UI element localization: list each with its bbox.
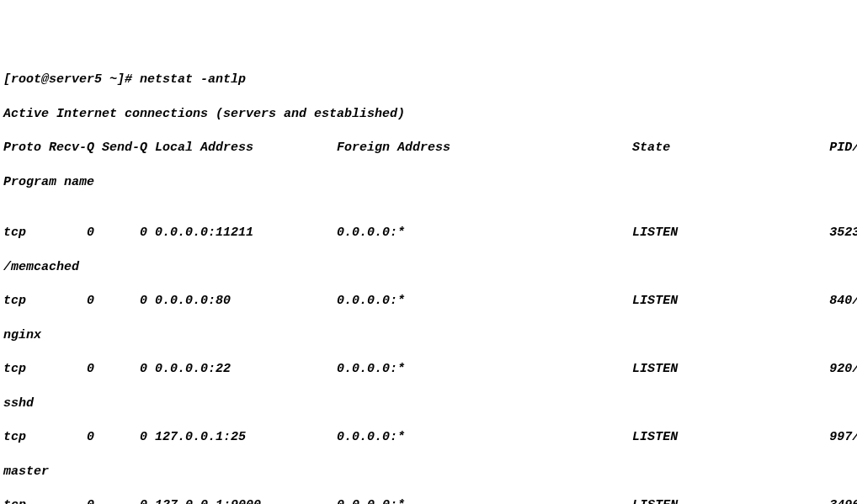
netstat-heading: Active Internet connections (servers and… (3, 106, 854, 123)
table-row: tcp 0 0 127.0.0.1:9000 0.0.0.0:* LISTEN … (3, 497, 854, 504)
table-row-wrap: sshd (3, 395, 854, 412)
table-row-wrap: /memcached (3, 259, 854, 276)
column-headers-line2: Program name (3, 174, 854, 191)
column-headers-line1: Proto Recv-Q Send-Q Local Address Foreig… (3, 140, 854, 157)
shell-prompt: [root@server5 ~]# netstat -antlp (3, 72, 854, 88)
table-row: tcp 0 0 0.0.0.0:11211 0.0.0.0:* LISTEN 3… (3, 225, 854, 241)
netstat-table: tcp 0 0 0.0.0.0:11211 0.0.0.0:* LISTEN 3… (3, 208, 854, 504)
table-row: tcp 0 0 0.0.0.0:22 0.0.0.0:* LISTEN 920/ (3, 361, 854, 378)
table-row: tcp 0 0 0.0.0.0:80 0.0.0.0:* LISTEN 840/ (3, 293, 854, 310)
table-row-wrap: master (3, 464, 854, 480)
table-row-wrap: nginx (3, 327, 854, 344)
table-row: tcp 0 0 127.0.0.1:25 0.0.0.0:* LISTEN 99… (3, 429, 854, 446)
